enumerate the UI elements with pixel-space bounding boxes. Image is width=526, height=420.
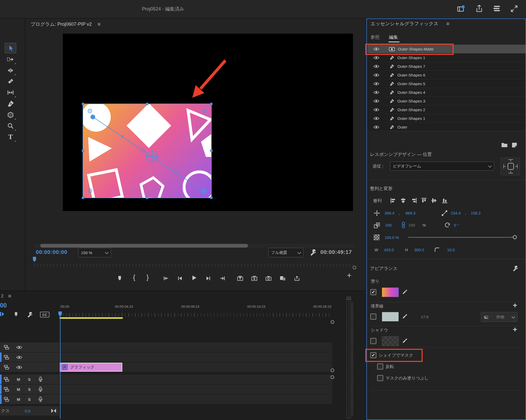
- mute-button[interactable]: M: [17, 377, 20, 382]
- timeline-panel-menu-icon[interactable]: ≡: [8, 293, 11, 299]
- shape-tool-button[interactable]: [5, 110, 16, 120]
- workspaces-menu-button[interactable]: [492, 5, 501, 13]
- razor-tool-button[interactable]: [5, 76, 16, 87]
- pin-to-video-frame-widget[interactable]: [500, 157, 520, 175]
- comparison-view-button[interactable]: [277, 273, 289, 284]
- track-v1[interactable]: fx グラフィック: [59, 362, 332, 372]
- layer-visibility-eye-icon[interactable]: [373, 108, 379, 112]
- add-shadow-button[interactable]: +: [513, 325, 517, 334]
- program-canvas[interactable]: [63, 34, 353, 211]
- lift-button[interactable]: [234, 273, 246, 284]
- program-hscrollbar-thumb[interactable]: [40, 244, 248, 248]
- invert-checkbox[interactable]: [377, 363, 383, 370]
- track-header-v3[interactable]: [0, 342, 59, 352]
- play-button[interactable]: [188, 273, 200, 283]
- step-back-button[interactable]: [174, 273, 186, 284]
- track-a2[interactable]: [59, 385, 332, 394]
- rotation-value[interactable]: 0 °: [454, 223, 459, 227]
- stroke-eyedropper-button[interactable]: [402, 313, 408, 319]
- opacity-value[interactable]: 100.0 %: [385, 235, 399, 240]
- fullscreen-button[interactable]: [510, 4, 519, 13]
- track-header-a2[interactable]: M S: [0, 385, 59, 394]
- track-visibility-eye-icon[interactable]: [16, 365, 22, 369]
- mask-with-shape-checkbox[interactable]: [370, 352, 376, 358]
- mute-button[interactable]: M: [17, 397, 20, 402]
- track-target-highlight[interactable]: [0, 375, 2, 384]
- program-settings-button[interactable]: [309, 248, 317, 256]
- layer-row[interactable]: Outer-Shapes 1: [367, 53, 525, 62]
- scale-y-value[interactable]: 100: [408, 223, 415, 227]
- timeline-vscroll-handle[interactable]: [331, 368, 334, 372]
- fill-checkbox[interactable]: [370, 289, 376, 295]
- layer-row[interactable]: Outer-Shapes 4: [367, 88, 525, 97]
- layer-visibility-eye-icon[interactable]: [373, 64, 379, 68]
- layer-row[interactable]: Outer-Shapes 5: [367, 79, 525, 88]
- track-visibility-eye-icon[interactable]: [16, 355, 22, 359]
- selection-tool-button[interactable]: [5, 43, 16, 53]
- opacity-slider[interactable]: [408, 237, 515, 238]
- mix-value[interactable]: 0.0: [25, 409, 31, 413]
- stroke-style-select[interactable]: 外側: [481, 312, 518, 322]
- track-target-highlight[interactable]: [0, 395, 2, 404]
- workspace-switcher-button[interactable]: [456, 4, 465, 13]
- stroke-checkbox[interactable]: [370, 314, 376, 320]
- link-scale-icon[interactable]: [401, 222, 406, 228]
- program-zoom-handle[interactable]: [353, 266, 356, 269]
- align-center-horizontal-button[interactable]: [400, 197, 407, 204]
- appearance-settings-button[interactable]: [512, 265, 519, 272]
- slip-tool-button[interactable]: [5, 87, 16, 98]
- layer-row[interactable]: Outer-Shapes 7: [367, 62, 525, 71]
- fill-mask-only-checkbox[interactable]: [377, 375, 383, 381]
- solo-button[interactable]: S: [28, 377, 31, 382]
- fx-badge[interactable]: fx: [62, 364, 68, 370]
- fill-color-swatch[interactable]: [382, 288, 399, 297]
- program-timecode[interactable]: 00:00:00:00: [36, 249, 67, 255]
- tab-edit[interactable]: 編集: [389, 34, 398, 40]
- scale-x-value[interactable]: 100: [385, 223, 392, 227]
- mute-button[interactable]: M: [17, 387, 20, 392]
- sequence-tab-label[interactable]: 2: [1, 294, 3, 299]
- mic-icon[interactable]: [38, 376, 43, 382]
- program-panel-menu-icon[interactable]: ≡: [98, 21, 101, 27]
- solo-button[interactable]: S: [28, 387, 31, 392]
- shadow-eyedropper-button[interactable]: [402, 337, 408, 344]
- type-tool-button[interactable]: T: [5, 132, 16, 142]
- layer-visibility-eye-icon[interactable]: [373, 90, 379, 94]
- share-button[interactable]: [475, 4, 484, 13]
- layer-visibility-eye-icon[interactable]: [373, 73, 379, 77]
- position-x-value[interactable]: 289.4: [385, 211, 394, 215]
- program-time-ruler[interactable]: [34, 264, 356, 267]
- export-button[interactable]: [291, 273, 303, 284]
- graphic-clip[interactable]: fx グラフィック: [60, 363, 122, 372]
- track-select-forward-tool-button[interactable]: [5, 54, 16, 65]
- shadow-color-swatch[interactable]: [382, 336, 399, 346]
- program-quality-select[interactable]: フル画質: [268, 248, 304, 257]
- layer-visibility-eye-icon[interactable]: [373, 99, 379, 103]
- layer-visibility-eye-icon[interactable]: [373, 82, 379, 86]
- position-y-value[interactable]: 889.3: [406, 211, 416, 215]
- timeline-add-marker-button[interactable]: [13, 311, 19, 317]
- ripple-edit-tool-button[interactable]: [5, 65, 16, 76]
- new-layer-button[interactable]: [511, 142, 518, 148]
- go-to-in-button[interactable]: [160, 273, 172, 284]
- track-v2[interactable]: [59, 352, 332, 362]
- timeline-timecode[interactable]: 00: [0, 302, 7, 309]
- track-header-a1[interactable]: M S: [0, 375, 59, 384]
- eg-panel-menu-icon[interactable]: ≡: [446, 21, 449, 27]
- timeline-settings-button[interactable]: [26, 311, 33, 318]
- track-a3[interactable]: [59, 395, 332, 404]
- layer-visibility-eye-icon[interactable]: [373, 116, 379, 120]
- zoom-tool-button[interactable]: [5, 121, 16, 131]
- width-value[interactable]: 420.0: [384, 248, 394, 252]
- go-to-out-button[interactable]: [216, 273, 229, 284]
- audio-mix-row[interactable]: クス 0.0: [0, 406, 59, 416]
- align-bottom-button[interactable]: [441, 197, 448, 204]
- layer-row[interactable]: Outer-Shapes 1: [367, 114, 525, 123]
- layer-row[interactable]: Outer: [367, 123, 525, 131]
- layer-visibility-eye-icon[interactable]: [373, 125, 379, 129]
- solo-button[interactable]: S: [28, 397, 31, 402]
- keyframe-navigator-icon[interactable]: [50, 408, 57, 414]
- mic-icon[interactable]: [38, 386, 43, 392]
- step-forward-button[interactable]: [202, 273, 214, 284]
- add-marker-button[interactable]: [114, 273, 126, 284]
